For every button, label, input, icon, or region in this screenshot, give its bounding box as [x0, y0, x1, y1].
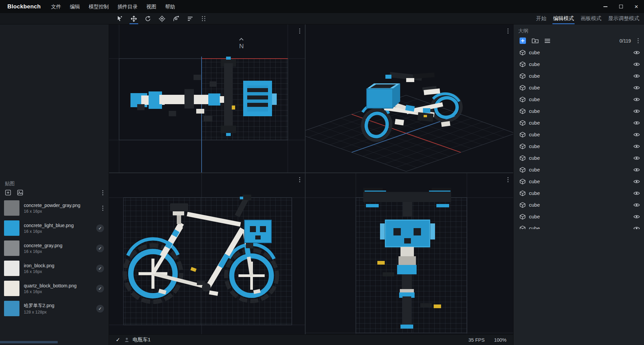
move-tool-button[interactable] — [127, 13, 140, 24]
add-cube-button[interactable] — [519, 37, 527, 45]
cube-icon — [520, 120, 526, 126]
menu-item[interactable]: 帮助 — [161, 0, 179, 13]
mode-tabs: 开始编辑模式画板模式显示调整模式 — [533, 13, 644, 24]
menu-item[interactable]: 编辑 — [65, 0, 84, 13]
maximize-button[interactable] — [613, 0, 629, 13]
project-tab[interactable]: 电瓶车1 — [124, 337, 150, 343]
sort-tool-button[interactable] — [184, 13, 197, 24]
outliner-cube-row[interactable]: cube — [514, 105, 644, 117]
menu-item[interactable]: 模型控制 — [84, 0, 113, 13]
visibility-eye-icon[interactable] — [633, 62, 640, 67]
visibility-eye-icon[interactable] — [633, 179, 640, 184]
visibility-eye-icon[interactable] — [633, 214, 640, 219]
texture-item[interactable]: 哈罗单车2.png 128 x 128px ✓ — [0, 298, 109, 319]
visibility-eye-icon[interactable] — [633, 156, 640, 160]
visibility-eye-icon[interactable] — [633, 226, 640, 229]
texture-enabled-check[interactable]: ✓ — [96, 245, 104, 252]
transform-pivot-tool-button[interactable] — [170, 13, 182, 24]
statusbar: ✓ 电瓶车1 35 FPS 100% — [109, 334, 513, 345]
visibility-eye-icon[interactable] — [633, 85, 640, 90]
texture-item[interactable]: concrete_gray.png 16 x 16px ✓ — [0, 238, 109, 258]
import-texture-button[interactable] — [17, 189, 23, 196]
menu-item[interactable]: 插件目录 — [113, 0, 142, 13]
panel-drag-handle[interactable] — [202, 16, 205, 21]
viewport-top-view[interactable]: N — [109, 24, 305, 172]
add-group-button[interactable] — [531, 37, 539, 45]
outliner-cube-row[interactable]: cube — [514, 47, 644, 58]
viewport-front-view[interactable] — [306, 173, 513, 334]
blockbench-window: Blockbench 文件编辑模型控制插件目录视图帮助 × — [0, 0, 644, 345]
outliner-cube-row[interactable]: cube — [514, 211, 644, 222]
vertex-snap-tool-button[interactable] — [113, 13, 126, 24]
texture-item-menu-icon[interactable] — [102, 205, 104, 211]
list-view-button[interactable] — [544, 37, 551, 45]
mode-tab[interactable]: 开始 — [533, 13, 550, 24]
outliner-cube-row[interactable]: cube — [514, 129, 644, 140]
pivot-tool-button[interactable] — [156, 13, 168, 24]
texture-item[interactable]: concrete_powder_gray.png 16 x 16px ✓ — [0, 198, 109, 218]
visibility-eye-icon[interactable] — [633, 191, 640, 196]
outliner-cube-row[interactable]: cube — [514, 152, 644, 164]
mode-tab[interactable]: 显示调整模式 — [605, 13, 643, 24]
visibility-eye-icon[interactable] — [633, 74, 640, 78]
outliner-cube-row[interactable]: cube — [514, 164, 644, 176]
window-controls: × — [598, 0, 644, 13]
cube-icon — [520, 85, 526, 91]
texture-thumbnail[interactable] — [4, 200, 19, 216]
texture-item[interactable]: quartz_block_bottom.png 16 x 16px ✓ — [0, 278, 109, 298]
visibility-eye-icon[interactable] — [633, 203, 640, 207]
texture-enabled-check[interactable]: ✓ — [96, 285, 104, 292]
viewport-compass[interactable]: N — [239, 39, 244, 50]
outliner-cube-row[interactable]: cube — [514, 199, 644, 211]
mode-tab[interactable]: 编辑模式 — [550, 13, 577, 24]
visibility-eye-icon[interactable] — [633, 144, 640, 149]
viewport-menu-icon[interactable] — [507, 177, 509, 183]
outliner-menu-icon[interactable] — [637, 38, 639, 44]
visibility-eye-icon[interactable] — [633, 167, 640, 172]
model-icon — [124, 337, 129, 343]
texture-enabled-check[interactable]: ✓ — [96, 265, 104, 272]
texture-item[interactable]: iron_block.png 16 x 16px ✓ — [0, 258, 109, 278]
outliner-cube-row[interactable]: cube — [514, 140, 644, 152]
minimize-button[interactable] — [598, 0, 613, 13]
visibility-eye-icon[interactable] — [633, 97, 640, 102]
outliner-cube-row[interactable]: cube — [514, 58, 644, 70]
textures-panel: 贴图 concrete_powder_gr — [0, 177, 109, 340]
texture-thumbnail[interactable] — [4, 240, 19, 256]
outliner-cube-row[interactable]: cube — [514, 222, 644, 229]
outliner-cube-row[interactable]: cube — [514, 117, 644, 129]
left-sidebar: 贴图 concrete_powder_gr — [0, 24, 109, 345]
viewport-side-view[interactable] — [109, 173, 305, 334]
texture-thumbnail[interactable] — [4, 301, 19, 316]
menu-item[interactable]: 文件 — [47, 0, 65, 13]
visibility-eye-icon[interactable] — [633, 132, 640, 137]
textures-panel-menu-icon[interactable] — [102, 190, 104, 196]
menu-item[interactable]: 视图 — [142, 0, 161, 13]
mode-tab[interactable]: 画板模式 — [577, 13, 605, 24]
add-texture-button[interactable] — [5, 189, 11, 196]
outliner-cube-row[interactable]: cube — [514, 187, 644, 199]
visibility-eye-icon[interactable] — [633, 50, 640, 55]
texture-enabled-check[interactable]: ✓ — [96, 305, 104, 313]
visibility-eye-icon[interactable] — [633, 109, 640, 114]
visibility-eye-icon[interactable] — [633, 121, 640, 125]
rotate-tool-button[interactable] — [142, 13, 154, 24]
texture-item[interactable]: concrete_light_blue.png 16 x 16px ✓ — [0, 218, 109, 238]
outliner-cube-row[interactable]: cube — [514, 176, 644, 187]
status-metrics: 35 FPS 100% — [469, 337, 507, 343]
viewport-menu-icon[interactable] — [299, 28, 301, 34]
texture-enabled-check[interactable]: ✓ — [96, 224, 104, 232]
close-button[interactable]: × — [629, 0, 644, 13]
horizontal-scrollbar[interactable] — [0, 341, 58, 343]
texture-thumbnail[interactable] — [4, 281, 19, 296]
texture-thumbnail[interactable] — [4, 261, 19, 276]
texture-name: concrete_gray.png — [24, 243, 62, 248]
viewport-menu-icon[interactable] — [299, 177, 301, 183]
viewport-menu-icon[interactable] — [507, 28, 509, 34]
outliner-cube-row[interactable]: cube — [514, 82, 644, 93]
outliner-list: cube cube cube — [514, 47, 644, 229]
outliner-cube-row[interactable]: cube — [514, 93, 644, 105]
viewport-perspective[interactable] — [306, 24, 513, 172]
outliner-cube-row[interactable]: cube — [514, 70, 644, 82]
texture-thumbnail[interactable] — [4, 220, 19, 236]
